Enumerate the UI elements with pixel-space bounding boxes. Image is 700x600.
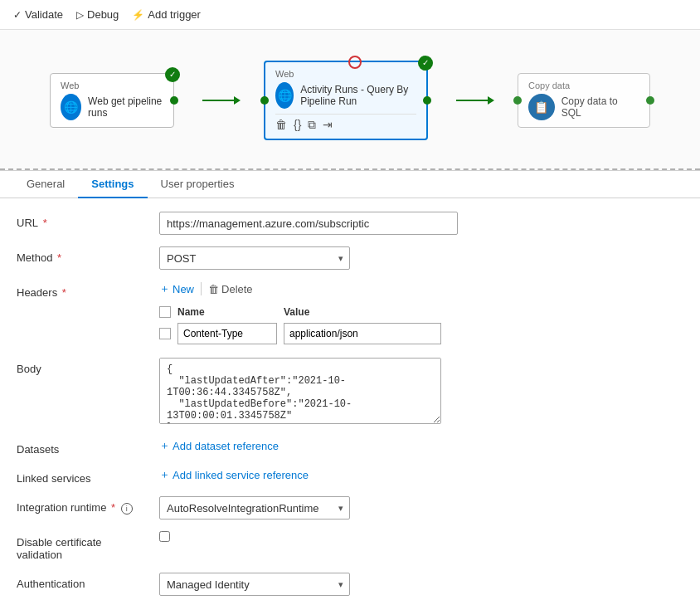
node2-icon: 🌐 [275, 82, 294, 109]
link-action-icon[interactable]: ⇥ [323, 118, 333, 132]
header-row1-checkbox[interactable] [159, 328, 171, 339]
headers-select-all[interactable] [159, 306, 171, 318]
datasets-row: Datasets ＋ Add dataset reference [17, 438, 683, 456]
integration-runtime-info-icon[interactable]: i [121, 503, 133, 515]
trash-icon-small: 🗑 [208, 283, 219, 295]
linked-services-control: ＋ Add linked service reference [159, 467, 309, 482]
canvas: Web 🌐 Web get pipeline runs ✓ Web 🌐 Acti… [0, 30, 700, 171]
connector-line-1 [202, 100, 236, 101]
header-row1-name[interactable] [177, 323, 277, 344]
validate-button[interactable]: ✓ Validate [13, 8, 63, 21]
tab-user-properties[interactable]: User properties [148, 171, 248, 198]
integration-runtime-control: AutoResolveIntegrationRuntime [159, 496, 458, 520]
datasets-control: ＋ Add dataset reference [159, 438, 279, 453]
body-textarea[interactable]: { "lastUpdatedAfter":"2021-10-1T00:36:44… [159, 358, 441, 424]
disable-cert-row: Disable certificate validation [17, 531, 683, 561]
connector-2-3 [453, 100, 493, 101]
headers-new-button[interactable]: ＋ New [159, 281, 194, 296]
headers-label: Headers * [17, 281, 149, 299]
node3-icon: 📋 [528, 94, 555, 120]
node1-icon: 🌐 [61, 94, 81, 120]
code-action-icon[interactable]: {} [294, 118, 301, 132]
node2-connector-left [260, 96, 269, 105]
activity-node-2[interactable]: Web 🌐 Activity Runs - Query By Pipeline … [264, 61, 428, 140]
node2-check: ✓ [418, 56, 433, 71]
authentication-label: Authentication [17, 573, 149, 590]
toolbar: ✓ Validate ▷ Debug ⚡ Add trigger [0, 0, 700, 30]
node3-connector-right [646, 96, 654, 105]
authentication-select[interactable]: None Basic Client Certificate Managed Id… [159, 573, 350, 596]
body-label: Body [17, 358, 149, 375]
connector-line-2 [456, 100, 489, 101]
node3-connector-left [513, 96, 522, 105]
col-value-label: Value [284, 306, 309, 318]
red-circle [348, 56, 362, 69]
integration-runtime-row: Integration runtime * i AutoResolveInteg… [17, 496, 683, 520]
plus-icon: ＋ [159, 281, 170, 296]
headers-delete-button[interactable]: 🗑 Delete [208, 283, 253, 295]
node3-label: Copy data to SQL [561, 95, 639, 119]
url-row: URL * [17, 212, 683, 235]
add-linked-service-button[interactable]: ＋ Add linked service reference [159, 467, 309, 482]
plus-icon-datasets: ＋ [159, 438, 170, 453]
node2-header: Web [275, 69, 416, 79]
method-select[interactable]: GET POST PUT DELETE [159, 246, 350, 270]
authentication-row: Authentication None Basic Client Certifi… [17, 573, 683, 596]
connector-1-2 [199, 100, 239, 101]
add-trigger-button[interactable]: ⚡ Add trigger [132, 8, 201, 21]
node1-connector-right [170, 96, 178, 105]
body-row: Body { "lastUpdatedAfter":"2021-10-1T00:… [17, 358, 683, 427]
method-row: Method * GET POST PUT DELETE [17, 246, 683, 270]
method-control: GET POST PUT DELETE [159, 246, 458, 270]
delete-action-icon[interactable]: 🗑 [275, 118, 287, 132]
header-row-1 [159, 321, 441, 346]
validate-icon: ✓ [13, 9, 22, 21]
debug-icon: ▷ [76, 9, 84, 21]
datasets-label: Datasets [17, 438, 149, 456]
authentication-control: None Basic Client Certificate Managed Id… [159, 573, 458, 596]
node2-actions: 🗑 {} ⧉ ⇥ [275, 114, 416, 132]
copy-action-icon[interactable]: ⧉ [308, 118, 316, 132]
linked-services-row: Linked services ＋ Add linked service ref… [17, 467, 683, 485]
disable-cert-checkbox[interactable] [159, 531, 170, 542]
activity-node-1[interactable]: Web 🌐 Web get pipeline runs ✓ [50, 73, 174, 128]
node1-header: Web [61, 80, 163, 90]
node1-check: ✓ [165, 67, 180, 82]
authentication-select-wrapper: None Basic Client Certificate Managed Id… [159, 573, 350, 596]
node3-header: Copy data [528, 80, 639, 90]
headers-col-headers: Name Value [159, 303, 441, 321]
tab-general[interactable]: General [13, 171, 78, 198]
url-label: URL * [17, 212, 149, 229]
tab-settings[interactable]: Settings [78, 171, 147, 198]
integration-runtime-select[interactable]: AutoResolveIntegrationRuntime [159, 496, 350, 520]
add-dataset-button[interactable]: ＋ Add dataset reference [159, 438, 279, 453]
header-actions-divider [201, 282, 202, 295]
body-control: { "lastUpdatedAfter":"2021-10-1T00:36:44… [159, 358, 441, 427]
plus-icon-linked: ＋ [159, 467, 170, 482]
form-area: URL * Method * GET POST PUT DELETE Heade… [0, 198, 700, 596]
header-row1-value[interactable] [284, 323, 441, 344]
headers-actions: ＋ New 🗑 Delete [159, 281, 441, 296]
debug-button[interactable]: ▷ Debug [76, 8, 119, 21]
integration-runtime-select-wrapper: AutoResolveIntegrationRuntime [159, 496, 350, 520]
headers-row: Headers * ＋ New 🗑 Delete Name Value [17, 281, 683, 346]
disable-cert-control [159, 531, 170, 542]
integration-runtime-label: Integration runtime * i [17, 496, 149, 515]
linked-services-label: Linked services [17, 467, 149, 485]
method-select-wrapper: GET POST PUT DELETE [159, 246, 350, 270]
lightning-icon: ⚡ [132, 9, 144, 21]
activity-node-3[interactable]: Copy data 📋 Copy data to SQL [518, 73, 650, 128]
node1-label: Web get pipeline runs [88, 95, 163, 119]
headers-control: ＋ New 🗑 Delete Name Value [159, 281, 441, 346]
disable-cert-label: Disable certificate validation [17, 531, 149, 561]
headers-table: Name Value [159, 303, 441, 346]
tabs: General Settings User properties [0, 171, 700, 198]
method-label: Method * [17, 246, 149, 264]
node2-connector-right [423, 96, 431, 105]
url-control [159, 212, 458, 235]
url-input[interactable] [159, 212, 458, 235]
canvas-dashes [0, 168, 700, 170]
node2-label: Activity Runs - Query By Pipeline Run [300, 84, 416, 107]
col-name-label: Name [177, 306, 277, 318]
